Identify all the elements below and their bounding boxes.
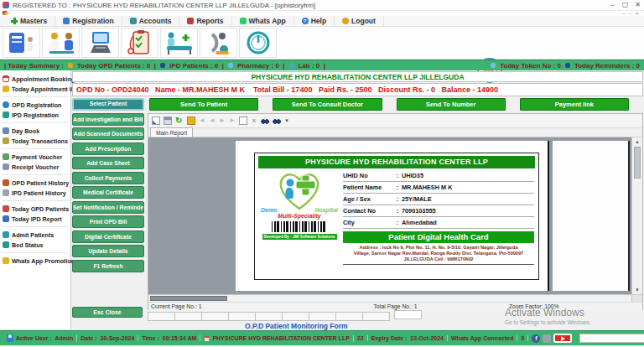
patient-admission-icon — [164, 29, 195, 56]
sidebar-opd-registration[interactable]: OPD Registration — [0, 100, 70, 110]
digital-certificate-button[interactable]: Digital Certificate — [72, 230, 144, 243]
field-contact: Contact No:7090103555 — [343, 205, 534, 217]
payment-link-button[interactable]: Payment link — [520, 98, 629, 111]
barcode — [272, 221, 327, 232]
vertical-scrollbar[interactable]: ▲ ▼ — [631, 137, 642, 294]
field-age-sex: Age / Sex:25Y/MALE — [343, 194, 534, 205]
menu-whatsapp[interactable]: Whats App — [232, 16, 294, 27]
sidebar-payment-voucher[interactable]: Payment Voucher — [0, 152, 70, 162]
pharmacy-count: Pharmacy : 0 | — [237, 62, 285, 70]
tab-cell[interactable] — [148, 312, 175, 321]
youtube-icon[interactable] — [553, 334, 572, 343]
maximize-button[interactable]: ▢ — [619, 0, 631, 10]
toolbar-patient-card-button[interactable] — [3, 28, 40, 58]
social-icon[interactable] — [543, 334, 551, 343]
f1-refresh-button[interactable]: F1 Refresh — [72, 260, 144, 272]
medical-certificate-button[interactable]: Medical Certificate — [72, 186, 144, 199]
print-opd-bill-button[interactable]: Print OPD Bill — [72, 215, 144, 228]
toolbar-scan-button[interactable] — [200, 28, 237, 58]
health-card: PHYSICURE HYD REHABILITATION CENTER LLP — [254, 153, 539, 280]
toolbar-power-button[interactable] — [239, 28, 277, 58]
last-page-icon[interactable]: ► — [229, 117, 236, 125]
tab-cell[interactable] — [282, 312, 309, 321]
send-to-number-button[interactable]: Send To Number — [397, 98, 506, 111]
whatsapp-status-label: Whats App Connected — [448, 335, 517, 341]
close-button[interactable]: ✕ — [631, 0, 644, 10]
toolbar-checklist-button[interactable] — [121, 28, 158, 58]
add-case-sheet-button[interactable]: Add Case Sheet — [72, 157, 144, 169]
ipd-patients: IPD Patients : 0 | — [169, 62, 224, 70]
tab-cell[interactable] — [335, 312, 363, 321]
sidebar-receipt-voucher[interactable]: Receipt Voucher — [0, 162, 70, 172]
menu-accounts[interactable]: Accounts — [122, 16, 180, 27]
tab-cell[interactable] — [255, 312, 283, 321]
sidebar-ipd-patient-history[interactable]: IPD Patient History — [0, 188, 70, 198]
prev-page-icon[interactable]: ◄ — [209, 117, 216, 125]
first-page-icon[interactable]: ◄ — [199, 117, 205, 125]
expiry-date-label: Expiry Date : 22-Oct-2024 — [368, 335, 448, 341]
left-sidebar: Appointment Booking Today Appointment li… — [0, 70, 71, 329]
add-prescription-button[interactable]: Add Prescription — [72, 142, 144, 155]
sidebar-today-appointment-list[interactable]: Today Appointment list — [0, 84, 70, 94]
find-icon[interactable] — [261, 117, 269, 125]
refresh-icon[interactable]: ↻ — [175, 117, 184, 125]
toolbar-admission-button[interactable] — [160, 28, 198, 58]
print-icon[interactable] — [164, 117, 172, 125]
sidebar-today-ipd-report[interactable]: Today IPD Report — [0, 214, 70, 224]
scroll-down-icon[interactable]: ▼ — [632, 286, 642, 294]
menu-masters[interactable]: Masters — [3, 16, 55, 27]
set-notification-reminders-button[interactable]: Set Notification / Reminders — [72, 201, 144, 214]
facebook-icon[interactable]: f — [532, 334, 540, 343]
menu-logout[interactable]: Logout — [335, 16, 384, 27]
menu-registration[interactable]: Registration — [55, 16, 122, 27]
sidebar-appointment-booking[interactable]: Appointment Booking — [0, 74, 70, 84]
sidebar-admit-patients[interactable]: Admit Patients — [0, 230, 70, 240]
window-title: REGISTERED TO : PHYSICURE HYD REHABILITA… — [13, 2, 315, 9]
horizontal-scrollbar[interactable] — [148, 294, 642, 302]
sidebar-opd-patient-history[interactable]: OPD Patient History — [0, 178, 70, 188]
statusbar-dropdown[interactable]: ▼ — [579, 334, 644, 343]
zoom-dropdown-caret-icon[interactable]: ▼ — [284, 117, 289, 125]
zoom-icon[interactable] — [273, 117, 281, 125]
toolbar-billing-button[interactable] — [81, 28, 119, 58]
add-scanned-documents-button[interactable]: Add Scanned Documents — [72, 127, 144, 140]
select-patient-button[interactable]: Select Patient — [72, 98, 144, 111]
update-details-button[interactable]: Update Details — [72, 245, 144, 257]
add-investigation-billing-button[interactable]: Add Investigation and Billing — [72, 113, 144, 126]
esc-close-button[interactable]: Esc Close — [72, 307, 143, 318]
statusbar-count: 22 — [354, 335, 368, 341]
report-canvas: PHYSICURE HYD REHABILITATION CENTER LLP — [148, 137, 642, 294]
tab-cell[interactable] — [228, 312, 256, 321]
goto-page-icon[interactable] — [239, 117, 247, 125]
scan-machine-icon — [204, 29, 234, 56]
sidebar-day-book[interactable]: Day Book — [0, 126, 70, 136]
tab-cell[interactable] — [201, 312, 229, 321]
sidebar-bed-status[interactable]: Bed Status — [0, 240, 70, 250]
sidebar-whatsapp-promotions[interactable]: Whats App Promotions — [0, 256, 70, 266]
close-view-icon[interactable]: x — [251, 117, 257, 125]
sidebar-ipd-registration[interactable]: IPD Registration — [0, 110, 70, 120]
group-tree-icon[interactable] — [187, 117, 195, 125]
tab-cell[interactable] — [394, 310, 422, 319]
main-report-tab[interactable]: Main Report — [150, 127, 193, 137]
horizontal-scroll-thumb[interactable] — [150, 296, 227, 301]
tab-cell[interactable] — [174, 312, 202, 321]
menu-help[interactable]: ?Help — [294, 16, 335, 27]
export-icon[interactable] — [152, 117, 160, 125]
sidebar-today-transactions[interactable]: Today Transactions — [0, 136, 70, 146]
medical-checklist-icon — [125, 29, 155, 56]
sidebar-divider — [2, 252, 69, 253]
menu-reports[interactable]: Reports — [179, 16, 231, 27]
scroll-up-icon[interactable]: ▲ — [632, 137, 642, 146]
next-page-icon[interactable]: ► — [219, 117, 226, 125]
toolbar-consultation-button[interactable] — [42, 28, 80, 58]
send-to-consult-doctor-button[interactable]: Send To Consult Doctor — [273, 98, 382, 111]
send-to-patient-button[interactable]: Send To Patient — [149, 98, 258, 111]
minimize-button[interactable]: – — [606, 0, 619, 10]
patients-icon — [3, 205, 9, 212]
tab-cell[interactable] — [362, 312, 390, 321]
sidebar-today-opd-patients[interactable]: Today OPD Patients — [0, 204, 70, 214]
tab-cell[interactable] — [309, 312, 336, 321]
collect-payments-button[interactable]: Collect Payments — [72, 172, 144, 184]
vertical-scroll-thumb[interactable] — [634, 147, 641, 179]
